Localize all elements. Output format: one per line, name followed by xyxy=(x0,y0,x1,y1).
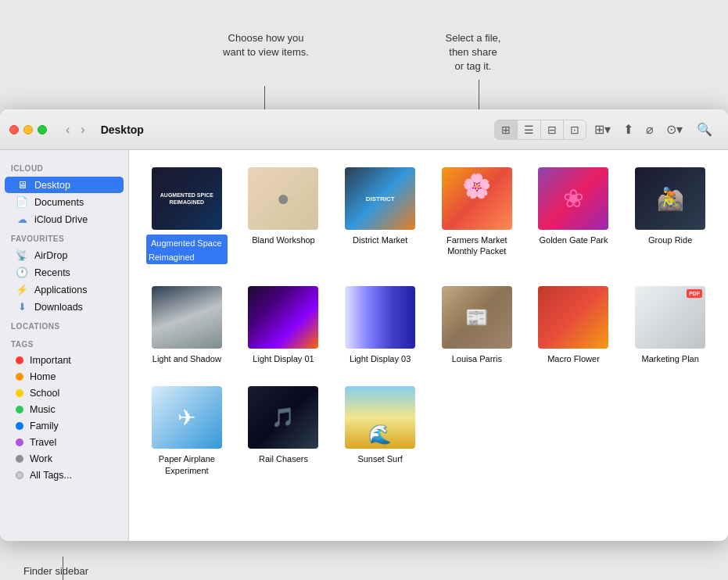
file-item-rail[interactable]: Rail Chasers xyxy=(238,381,329,481)
sidebar-item-label-documents: Documents xyxy=(34,197,84,208)
file-label-paper: Paper Airplane Experiment xyxy=(148,453,226,476)
bottom-annotation: Finder sidebar xyxy=(0,541,728,580)
sidebar-tag-family[interactable]: Family xyxy=(5,418,124,434)
view-icon-btn[interactable]: ⊞ xyxy=(495,120,518,139)
file-content: Augmented Space Reimagined Bland Worksho… xyxy=(129,150,728,541)
sidebar-item-downloads[interactable]: ⬇ Downloads xyxy=(5,299,124,315)
sidebar: iCloud 🖥 Desktop 📄 Documents ☁ iCloud Dr… xyxy=(0,150,129,541)
thumb-rail xyxy=(248,386,318,449)
file-item-augmented[interactable]: Augmented Space Reimagined xyxy=(142,163,232,269)
sidebar-item-airdrop[interactable]: 📡 AirDrop xyxy=(5,247,124,263)
file-label-district: District Market xyxy=(353,235,407,245)
file-label-lightshadow: Light and Shadow xyxy=(152,353,221,364)
thumb-macro xyxy=(538,286,608,349)
sidebar-item-desktop[interactable]: 🖥 Desktop xyxy=(5,177,124,193)
sidebar-item-icloud-drive[interactable]: ☁ iCloud Drive xyxy=(5,211,124,227)
callout-view-items: Choose how youwant to view items. xyxy=(188,31,344,59)
tag-dot-work xyxy=(16,455,23,463)
icloud-drive-icon: ☁ xyxy=(16,213,28,225)
file-label-lightdisp03: Light Display 03 xyxy=(350,353,411,364)
file-label-farmers: Farmers Market Monthly Packet xyxy=(438,235,516,257)
sidebar-item-label-recents: Recents xyxy=(34,267,70,278)
traffic-lights xyxy=(9,125,47,134)
thumb-lightdisp03 xyxy=(345,286,415,349)
thumb-augmented xyxy=(152,167,222,230)
tag-dot-school xyxy=(16,389,23,397)
file-label-louisa: Louisa Parris xyxy=(452,353,502,364)
view-column-btn[interactable]: ⊟ xyxy=(541,120,564,139)
file-label-lightdisp01: Light Display 01 xyxy=(253,353,314,364)
file-item-louisa[interactable]: Louisa Parris xyxy=(432,281,522,369)
tag-button[interactable]: ⌀ xyxy=(641,119,658,140)
sidebar-tag-school[interactable]: School xyxy=(5,385,124,401)
sidebar-section-tags: Tags xyxy=(0,334,128,352)
downloads-icon: ⬇ xyxy=(16,301,28,313)
applications-icon: ⚡ xyxy=(16,284,28,295)
tag-label-important: Important xyxy=(30,355,71,366)
thumb-louisa xyxy=(442,286,512,349)
file-label-sunset: Sunset Surf xyxy=(357,453,402,464)
file-item-paper[interactable]: Paper Airplane Experiment xyxy=(142,381,232,481)
action-button[interactable]: ⊙▾ xyxy=(662,119,687,140)
thumb-golden xyxy=(538,167,608,230)
outer-wrapper: Choose how youwant to view items. Select… xyxy=(0,31,728,580)
sidebar-tag-work[interactable]: Work xyxy=(5,451,124,467)
sidebar-section-icloud: iCloud xyxy=(0,158,128,176)
file-item-sunset[interactable]: Sunset Surf xyxy=(335,381,425,481)
annotation-line-sidebar xyxy=(63,557,63,580)
sidebar-item-documents[interactable]: 📄 Documents xyxy=(5,194,124,210)
view-gallery-btn[interactable]: ⊡ xyxy=(564,120,586,139)
tag-label-music: Music xyxy=(30,404,56,415)
sidebar-item-applications[interactable]: ⚡ Applications xyxy=(5,281,124,298)
zoom-button[interactable] xyxy=(38,125,47,134)
file-item-macro[interactable]: Macro Flower xyxy=(529,281,619,369)
file-item-lightdisp01[interactable]: Light Display 01 xyxy=(238,281,329,369)
tag-dot-home xyxy=(16,373,23,381)
thumb-lightshadow xyxy=(152,286,222,349)
file-label-group: Group Ride xyxy=(648,235,692,245)
sidebar-tag-home[interactable]: Home xyxy=(5,369,124,385)
sidebar-tag-important[interactable]: Important xyxy=(5,353,124,368)
documents-icon: 📄 xyxy=(16,196,28,208)
tag-label-travel: Travel xyxy=(30,437,56,448)
file-item-lightshadow[interactable]: Light and Shadow xyxy=(142,281,232,369)
file-item-district[interactable]: District Market xyxy=(335,163,425,269)
tag-label-family: Family xyxy=(30,421,59,431)
file-item-golden[interactable]: Golden Gate Park xyxy=(529,163,619,269)
recents-icon: 🕐 xyxy=(16,267,28,278)
file-item-farmers[interactable]: Farmers Market Monthly Packet xyxy=(432,163,522,269)
forward-button[interactable]: › xyxy=(76,121,89,138)
thumb-sunset xyxy=(345,386,415,449)
view-list-btn[interactable]: ☰ xyxy=(518,120,541,139)
tag-dot-important xyxy=(16,356,23,364)
sidebar-tag-all-tags[interactable]: All Tags... xyxy=(5,467,124,483)
file-label-golden: Golden Gate Park xyxy=(539,235,608,245)
callout-sidebar-text: Finder sidebar xyxy=(23,565,88,577)
search-button[interactable]: 🔍 xyxy=(690,119,719,140)
share-button[interactable]: ⬆ xyxy=(619,119,638,140)
view-group: ⊞ ☰ ⊟ ⊡ xyxy=(494,120,586,140)
file-label-augmented-wrap: Augmented Space Reimagined xyxy=(146,235,228,264)
sidebar-item-label-airdrop: AirDrop xyxy=(34,250,67,261)
back-button[interactable]: ‹ xyxy=(61,121,74,138)
file-item-lightdisp03[interactable]: Light Display 03 xyxy=(335,281,425,369)
file-item-group[interactable]: Group Ride xyxy=(625,163,715,269)
file-label-augmented: Augmented Space Reimagined xyxy=(149,238,222,262)
callout-share-tag: Select a file,then shareor tag it. xyxy=(414,31,532,74)
sidebar-tag-music[interactable]: Music xyxy=(5,402,124,417)
close-button[interactable] xyxy=(9,125,19,134)
thumb-paper xyxy=(152,386,222,449)
thumb-lightdisp01 xyxy=(248,286,318,349)
file-item-marketing[interactable]: Marketing Plan xyxy=(625,281,715,369)
file-label-rail: Rail Chasers xyxy=(259,453,308,464)
sidebar-tag-travel[interactable]: Travel xyxy=(5,435,124,450)
main-area: iCloud 🖥 Desktop 📄 Documents ☁ iCloud Dr… xyxy=(0,150,728,541)
sidebar-item-label-downloads: Downloads xyxy=(34,302,83,313)
file-grid: Augmented Space Reimagined Bland Worksho… xyxy=(142,163,715,481)
minimize-button[interactable] xyxy=(23,125,33,134)
file-item-bland[interactable]: Bland Workshop xyxy=(238,163,329,269)
airdrop-icon: 📡 xyxy=(16,249,28,261)
group-by-button[interactable]: ⊞▾ xyxy=(590,119,615,140)
tag-label-school: School xyxy=(30,388,59,399)
sidebar-item-recents[interactable]: 🕐 Recents xyxy=(5,264,124,281)
